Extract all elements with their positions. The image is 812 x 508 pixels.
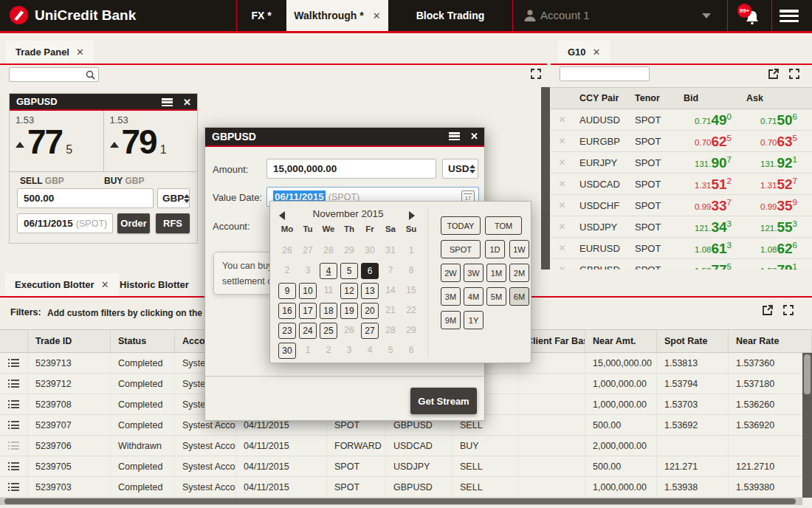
tab-block-trading[interactable]: Block Trading	[388, 0, 512, 31]
list-icon[interactable]	[8, 462, 19, 470]
prev-month-icon[interactable]	[279, 211, 285, 220]
calendar-day[interactable]: 24	[299, 323, 317, 339]
ask-price[interactable]: 131.921	[740, 155, 812, 170]
dialog-menu-icon[interactable]	[449, 132, 460, 140]
table-row[interactable]: 5239705CompletedSystest Account04/11/201…	[0, 456, 812, 477]
bid-price[interactable]: 0.71490	[678, 112, 740, 127]
calendar-day[interactable]: 5	[340, 263, 358, 279]
list-icon[interactable]	[8, 442, 19, 450]
bid-price[interactable]: 1.53775	[678, 262, 740, 270]
tenor-1y[interactable]: 1Y	[464, 311, 484, 329]
close-icon[interactable]: ✕	[101, 279, 109, 290]
vertical-scrollbar[interactable]	[541, 87, 550, 270]
col-ask[interactable]: Ask	[740, 93, 812, 103]
calendar-day[interactable]: 30	[278, 343, 296, 359]
close-icon[interactable]: ✕	[183, 97, 191, 108]
account-selector[interactable]: Account 1	[512, 0, 727, 31]
vertical-scrollbar[interactable]	[802, 353, 812, 498]
widget-menu-icon[interactable]	[162, 98, 173, 106]
bid-price[interactable]: 1.08613	[678, 241, 740, 255]
tenor-5m[interactable]: 5M	[486, 287, 506, 306]
ask-price[interactable]: 0.71506	[740, 112, 812, 127]
value-date-field[interactable]: 06/11/2015 (SPOT)	[17, 213, 113, 233]
col-spot-rate[interactable]: Spot Rate	[657, 330, 729, 352]
col-tenor[interactable]: Tenor	[629, 93, 678, 103]
scrollbar-thumb[interactable]	[804, 354, 811, 394]
ask-price[interactable]: 0.99359	[740, 198, 812, 213]
close-icon[interactable]: ✕	[470, 131, 478, 142]
table-row[interactable]: 5239703CompletedSystest Account04/11/201…	[0, 477, 812, 498]
tenor-1w[interactable]: 1W	[509, 240, 529, 258]
col-status[interactable]: Status	[111, 330, 175, 352]
tab-execution-blotter[interactable]: Execution Blotter ✕	[5, 273, 119, 296]
row-menu-cell[interactable]	[0, 415, 28, 435]
fullscreen-icon[interactable]	[782, 304, 794, 316]
amount-field[interactable]	[266, 159, 436, 179]
tab-fx[interactable]: FX *	[236, 0, 286, 31]
calendar-day[interactable]: 12	[340, 283, 358, 299]
bid-price[interactable]: 1.31512	[678, 176, 740, 191]
list-icon[interactable]	[8, 421, 19, 429]
trade-panel-search[interactable]	[9, 67, 99, 82]
order-button[interactable]: Order	[117, 213, 150, 233]
row-menu-cell[interactable]	[0, 394, 28, 414]
amount-input[interactable]	[24, 193, 147, 204]
tenor-4m[interactable]: 4M	[464, 287, 484, 306]
col-near-amt[interactable]: Near Amt.	[585, 330, 657, 352]
calendar-day[interactable]: 9	[278, 283, 296, 299]
fullscreen-icon[interactable]	[530, 68, 542, 80]
tenor-1m[interactable]: 1M	[486, 264, 506, 282]
horizontal-scrollbar[interactable]	[0, 498, 802, 505]
bid-price[interactable]: 0.99337	[678, 198, 740, 213]
currency-select[interactable]: GBP	[157, 188, 190, 208]
remove-pair-icon[interactable]: ✕	[551, 200, 574, 210]
ask-price[interactable]: 121.553	[740, 219, 812, 234]
list-icon[interactable]	[8, 400, 19, 408]
row-menu-cell[interactable]	[0, 456, 28, 476]
list-icon[interactable]	[8, 359, 19, 367]
tab-historic-blotter[interactable]: Historic Blotter	[112, 273, 196, 296]
ask-price[interactable]: 1.31527	[740, 176, 812, 191]
next-month-icon[interactable]	[409, 211, 415, 220]
calendar-day[interactable]: 6	[361, 263, 379, 279]
tab-walkthrough[interactable]: Walkthrough * ✕	[286, 0, 388, 31]
currency-select[interactable]: USD	[442, 159, 478, 179]
calendar-day[interactable]: 4	[320, 263, 337, 279]
remove-pair-icon[interactable]: ✕	[551, 136, 574, 146]
tenor-2m[interactable]: 2M	[509, 264, 529, 282]
tenor-6m[interactable]: 6M	[509, 287, 529, 306]
calendar-day[interactable]: 17	[299, 303, 317, 319]
remove-pair-icon[interactable]: ✕	[551, 157, 574, 168]
tenor-today[interactable]: TODAY	[441, 216, 481, 235]
tenor-2w[interactable]: 2W	[441, 264, 461, 282]
sell-price-tile[interactable]: 1.53 775	[10, 111, 103, 171]
calendar-day[interactable]: 23	[278, 323, 296, 339]
rfs-button[interactable]: RFS	[156, 213, 190, 233]
calendar-day[interactable]: 18	[320, 303, 337, 319]
ask-price[interactable]: 1.08626	[740, 241, 812, 255]
remove-pair-icon[interactable]: ✕	[551, 243, 574, 253]
tenor-9m[interactable]: 9M	[441, 311, 461, 329]
pop-out-icon[interactable]	[762, 304, 774, 316]
close-icon[interactable]: ✕	[76, 47, 84, 58]
calendar-day[interactable]: 10	[299, 283, 317, 299]
ask-price[interactable]: 0.70635	[740, 134, 812, 148]
row-menu-cell[interactable]	[0, 477, 28, 497]
bid-price[interactable]: 131.907	[678, 155, 740, 170]
scrollbar-thumb[interactable]	[4, 498, 796, 504]
calendar-day[interactable]: 27	[361, 323, 379, 339]
calendar-day[interactable]: 20	[361, 303, 379, 319]
notifications-button[interactable]: 99+	[737, 4, 763, 29]
tenor-1d[interactable]: 1D	[485, 240, 505, 258]
remove-pair-icon[interactable]: ✕	[551, 179, 574, 189]
bid-price[interactable]: 121.343	[678, 219, 740, 234]
bid-price[interactable]: 0.70625	[678, 134, 740, 148]
col-trade-id[interactable]: Trade ID	[28, 330, 111, 352]
list-icon[interactable]	[8, 380, 19, 388]
list-icon[interactable]	[8, 483, 19, 491]
remove-pair-icon[interactable]: ✕	[551, 264, 574, 270]
table-row[interactable]: 5239706WithdrawnSystest Account04/11/201…	[0, 436, 812, 456]
close-icon[interactable]: ✕	[373, 10, 381, 21]
calendar-day[interactable]: 25	[320, 323, 337, 339]
dialog-titlebar[interactable]: GBPUSD ✕	[205, 128, 484, 147]
